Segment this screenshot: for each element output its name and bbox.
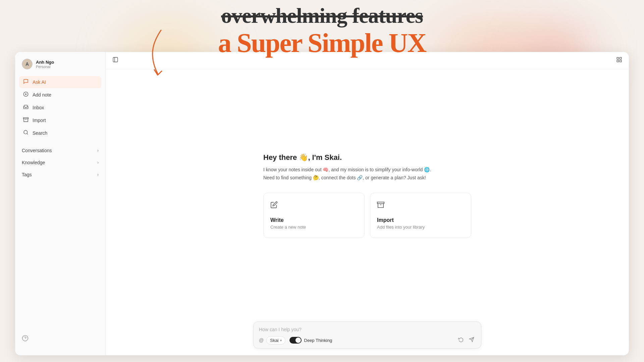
nav-item-search[interactable]: Search — [19, 127, 101, 139]
import-card-desc: Add files into your library — [377, 225, 464, 230]
search-label: Search — [33, 130, 47, 136]
deep-thinking-toggle[interactable] — [289, 337, 302, 344]
ask-ai-label: Ask AI — [33, 79, 46, 85]
import-label: Import — [33, 118, 46, 123]
chat-area: @ Skai ▾ Deep Thinking — [253, 321, 481, 349]
import-icon — [22, 117, 29, 124]
user-info: Anh Ngo Personal — [36, 60, 54, 69]
avatar: A — [22, 59, 33, 69]
add-note-label: Add note — [33, 92, 51, 98]
ask-ai-icon — [22, 79, 29, 85]
nav-item-add-note[interactable]: Add note — [19, 89, 101, 101]
topbar — [106, 52, 629, 69]
svg-rect-13 — [617, 60, 619, 62]
sidebar-section-tags[interactable]: Tags › — [15, 169, 105, 181]
search-icon — [22, 130, 29, 136]
conversations-chevron-icon: › — [97, 148, 99, 153]
greeting-text: I know your notes inside out 🧠, and my m… — [263, 166, 471, 182]
svg-rect-12 — [620, 57, 622, 59]
headline-strikethrough: overwhelming features — [0, 3, 644, 28]
user-plan: Personal — [36, 65, 54, 69]
refresh-icon[interactable] — [457, 336, 465, 345]
nav-item-inbox[interactable]: Inbox — [19, 102, 101, 114]
app-window: A Anh Ngo Personal Ask AI Add note — [15, 52, 629, 355]
greeting-area: Hey there 👋, I'm Skai. I know your notes… — [263, 153, 471, 182]
center-area: Hey there 👋, I'm Skai. I know your notes… — [106, 69, 629, 355]
layout-icon[interactable] — [616, 57, 622, 64]
write-card-title: Write — [270, 217, 358, 223]
sidebar: A Anh Ngo Personal Ask AI Add note — [15, 52, 106, 355]
model-name: Skai — [270, 338, 278, 343]
tags-chevron-icon: › — [97, 172, 99, 177]
add-note-icon — [22, 92, 29, 98]
nav-item-ask-ai[interactable]: Ask AI — [19, 76, 101, 88]
model-chevron-icon: ▾ — [280, 339, 282, 342]
svg-rect-15 — [377, 202, 384, 204]
user-name: Anh Ngo — [36, 60, 54, 65]
toggle-label: Deep Thinking — [304, 338, 332, 343]
tags-label: Tags — [22, 172, 32, 177]
import-card-icon — [377, 201, 464, 210]
deep-thinking-toggle-area: Deep Thinking — [289, 337, 332, 344]
import-card-title: Import — [377, 217, 464, 223]
main-content: Hey there 👋, I'm Skai. I know your notes… — [106, 52, 629, 355]
action-cards: Write Create a new note Import Add files… — [263, 193, 471, 238]
knowledge-chevron-icon: › — [97, 160, 99, 165]
sidebar-user[interactable]: A Anh Ngo Personal — [15, 59, 105, 76]
svg-rect-9 — [113, 57, 118, 62]
greeting-title: Hey there 👋, I'm Skai. — [263, 153, 471, 162]
svg-rect-3 — [23, 118, 29, 119]
at-symbol[interactable]: @ — [259, 338, 264, 343]
send-icon[interactable] — [468, 336, 476, 345]
svg-point-7 — [22, 336, 28, 341]
svg-rect-14 — [620, 60, 622, 62]
svg-rect-11 — [617, 57, 619, 59]
inbox-icon — [22, 104, 29, 111]
chat-input[interactable] — [259, 327, 476, 332]
nav-item-import[interactable]: Import — [19, 114, 101, 126]
svg-point-5 — [24, 130, 28, 134]
inbox-label: Inbox — [33, 105, 44, 110]
toggle-knob — [296, 338, 301, 343]
sidebar-section-conversations[interactable]: Conversations › — [15, 144, 105, 157]
knowledge-label: Knowledge — [22, 160, 45, 165]
action-card-write[interactable]: Write Create a new note — [263, 193, 365, 238]
write-card-icon — [270, 201, 358, 210]
sidebar-nav: Ask AI Add note Inbox Import — [15, 76, 105, 139]
conversations-label: Conversations — [22, 148, 52, 153]
sidebar-section-knowledge[interactable]: Knowledge › — [15, 157, 105, 169]
help-icon[interactable] — [22, 336, 29, 343]
action-card-import[interactable]: Import Add files into your library — [370, 193, 471, 238]
write-card-desc: Create a new note — [270, 225, 358, 230]
svg-line-6 — [27, 133, 28, 134]
chat-toolbar: @ Skai ▾ Deep Thinking — [259, 336, 476, 345]
model-selector[interactable]: Skai ▾ — [266, 336, 285, 345]
headline-area: overwhelming features a Super Simple UX — [0, 3, 644, 58]
sidebar-footer — [15, 329, 105, 349]
sidebar-toggle-icon[interactable] — [112, 57, 118, 64]
